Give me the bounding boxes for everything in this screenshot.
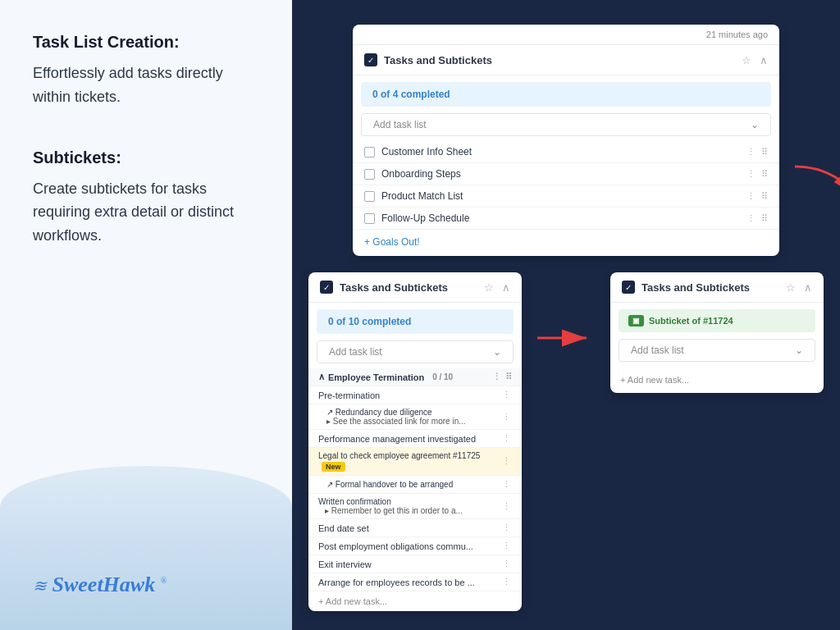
subtask-menu-0[interactable]: ⋮ <box>502 390 512 400</box>
task-menu-0[interactable]: ⋮ <box>746 147 756 158</box>
star-icon[interactable]: ☆ <box>742 54 751 66</box>
bottom-right-card: ✓ Tasks and Subtickets ☆ ∧ ▣ Subticket o… <box>610 272 824 393</box>
right-star-icon[interactable]: ☆ <box>786 281 796 294</box>
right-add-task-row[interactable]: Add task list ⌄ <box>619 339 815 362</box>
right-tasks-icon: ✓ <box>622 281 635 294</box>
timestamp: 21 minutes ago <box>353 25 779 45</box>
bottom-star-icon[interactable]: ☆ <box>484 281 494 294</box>
group-count: 0 / 10 <box>432 372 453 381</box>
task-grid-1[interactable]: ⠿ <box>761 169 768 180</box>
bottom-collapse-icon[interactable]: ∧ <box>502 281 510 294</box>
task-item-1: Onboarding Steps ⋮ ⠿ <box>353 163 779 185</box>
subtask-label-1: ↗ Redundancy due diligence <box>326 408 466 417</box>
subtask-label-5: Written confirmation <box>318 497 463 506</box>
subtask-menu-7[interactable]: ⋮ <box>502 541 512 551</box>
task-menu-3[interactable]: ⋮ <box>746 213 756 224</box>
section2-title: Subtickets: <box>33 148 259 167</box>
subtask-menu-5[interactable]: ⋮ <box>502 501 512 512</box>
group-menu[interactable]: ⋮ <box>492 372 502 382</box>
task-item-2: Product Match List ⋮ ⠿ <box>353 185 779 208</box>
subtask-label-4: ↗ Formal handover to be arranged <box>326 480 453 489</box>
task-grid-2[interactable]: ⠿ <box>761 191 768 202</box>
checkbox-3[interactable] <box>364 213 375 224</box>
group-name: Employee Termination <box>328 372 424 382</box>
bottom-tasks-icon: ✓ <box>320 281 333 294</box>
right-add-new-row[interactable]: + Add new task... <box>610 367 824 393</box>
subtask-menu-6[interactable]: ⋮ <box>502 523 512 533</box>
task-grid-0[interactable]: ⠿ <box>761 147 768 158</box>
add-goal-label: + Goals Out! <box>364 236 420 248</box>
top-card-title: Tasks and Subtickets <box>384 54 492 66</box>
right-dropdown-icon: ⌄ <box>795 345 803 356</box>
subtask-menu-4[interactable]: ⋮ <box>502 479 512 490</box>
subtask-label-0: Pre-termination <box>318 390 380 400</box>
add-goal-row[interactable]: + Goals Out! <box>353 230 779 256</box>
subtask-menu-3[interactable]: ⋮ <box>502 456 512 467</box>
subtask-menu-8[interactable]: ⋮ <box>502 559 512 569</box>
arrow1 <box>791 162 840 211</box>
bottom-right-title: Tasks and Subtickets <box>641 281 750 294</box>
subtask-menu-2[interactable]: ⋮ <box>502 433 512 444</box>
right-collapse-icon[interactable]: ∧ <box>804 281 812 294</box>
task-label-1: Onboarding Steps <box>381 168 461 180</box>
logo-text: SweetHawk <box>52 573 156 596</box>
subtask-label-7: Post employment obligations commu... <box>318 541 473 551</box>
subtask-label-2: Performance management investigated <box>318 434 476 444</box>
section1-title: Task List Creation: <box>33 33 259 52</box>
logo: ≋ SweetHawk ® <box>33 573 259 597</box>
right-add-new-label: + Add new task... <box>620 375 689 385</box>
task-menu-2[interactable]: ⋮ <box>746 191 756 202</box>
subtask-redundancy: ↗ Redundancy due diligence ▸ See the ass… <box>308 404 522 430</box>
subtask-label-5b: ▸ Remember to get this in order to a... <box>318 506 463 515</box>
group-chevron[interactable]: ∧ <box>318 372 325 382</box>
checkbox-2[interactable] <box>364 191 375 202</box>
task-item-3: Follow-Up Schedule ⋮ ⠿ <box>353 208 779 230</box>
task-label-2: Product Match List <box>381 190 463 202</box>
subtask-legal: Legal to check employee agreement #11725… <box>308 448 522 476</box>
collapse-icon[interactable]: ∧ <box>760 54 768 66</box>
task-item-0: Customer Info Sheet ⋮ ⠿ <box>353 141 779 163</box>
add-task-label: Add task list <box>373 119 427 130</box>
group-grid[interactable]: ⠿ <box>505 372 512 382</box>
subtask-menu-1[interactable]: ⋮ <box>502 412 512 422</box>
right-add-task-label: Add task list <box>631 345 684 356</box>
right-panel: 21 minutes ago ✓ Tasks and Subtickets ☆ … <box>292 0 840 630</box>
task-menu-1[interactable]: ⋮ <box>746 169 756 180</box>
section1-desc: Effortlessly add tasks directly within t… <box>33 62 259 109</box>
left-panel: Task List Creation: Effortlessly add tas… <box>0 0 292 630</box>
group-header: ∧ Employee Termination 0 / 10 ⋮ ⠿ <box>308 368 522 386</box>
subtask-label-1b: ▸ See the associated link for more in... <box>326 417 466 426</box>
task-label-0: Customer Info Sheet <box>381 146 472 158</box>
task-label-3: Follow-Up Schedule <box>381 212 469 224</box>
bottom-add-task-label: Add task list <box>329 346 382 358</box>
subtask-exit: Exit interview ⋮ <box>308 555 522 573</box>
subtask-written: Written confirmation ▸ Remember to get t… <box>308 494 522 519</box>
subtask-formal: ↗ Formal handover to be arranged ⋮ <box>308 476 522 494</box>
bottom-add-task-row[interactable]: Add task list ⌄ <box>317 340 514 363</box>
subtask-pre-term: Pre-termination ⋮ <box>308 386 522 404</box>
add-new-task-row[interactable]: + Add new task... <box>308 591 522 611</box>
subtask-post: Post employment obligations commu... ⋮ <box>308 537 522 555</box>
subtask-enddate: End date set ⋮ <box>308 519 522 537</box>
subtask-label-6: End date set <box>318 523 369 533</box>
subtask-perf: Performance management investigated ⋮ <box>308 430 522 448</box>
task-grid-3[interactable]: ⠿ <box>761 213 768 224</box>
subtask-label-9: Arrange for employees records to be ... <box>318 578 475 587</box>
tasks-icon: ✓ <box>364 53 377 66</box>
new-badge: New <box>322 462 345 472</box>
dropdown-icon: ⌄ <box>751 119 759 130</box>
subtask-label-3: Legal to check employee agreement #11725 <box>318 451 480 460</box>
subtask-arrange: Arrange for employees records to be ... … <box>308 573 522 591</box>
subtask-label-8: Exit interview <box>318 559 372 569</box>
top-add-task-row[interactable]: Add task list ⌄ <box>361 113 771 136</box>
bottom-completed-bar: 0 of 10 completed <box>317 309 514 334</box>
subtask-menu-9[interactable]: ⋮ <box>502 577 512 587</box>
bottom-dropdown-icon: ⌄ <box>493 346 501 358</box>
top-card-header: ✓ Tasks and Subtickets ☆ ∧ <box>353 45 779 75</box>
checkbox-1[interactable] <box>364 169 375 180</box>
bottom-section: ✓ Tasks and Subtickets ☆ ∧ 0 of 10 compl… <box>308 272 824 611</box>
subticket-icon: ▣ <box>628 315 644 326</box>
checkbox-0[interactable] <box>364 147 375 158</box>
subticket-bar: ▣ Subticket of #11724 <box>619 309 815 332</box>
bottom-left-title: Tasks and Subtickets <box>340 281 448 294</box>
